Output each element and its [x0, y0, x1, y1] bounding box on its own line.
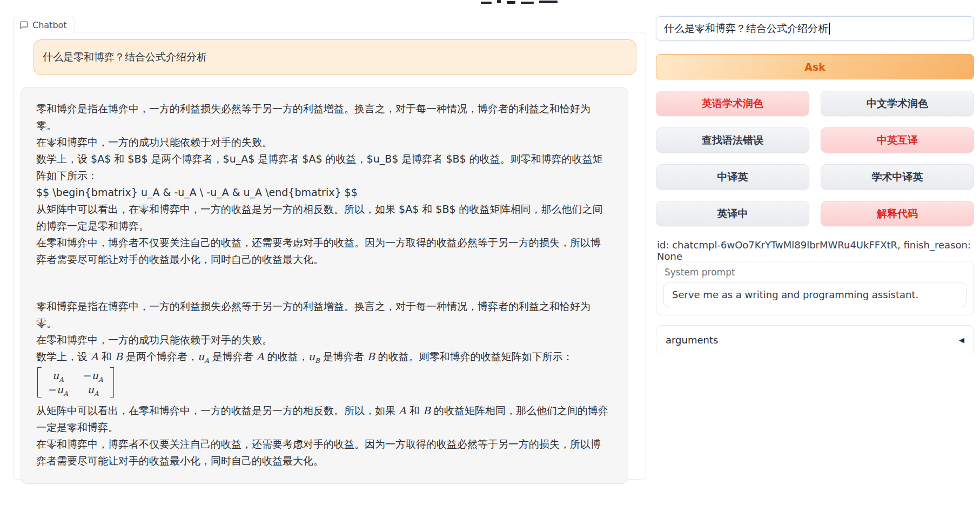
chatbot-panel: Chatbot 什么是零和博弈？结合公式介绍分析 零和博弈是指在博弈中，一方的利…	[14, 32, 646, 480]
bot-rendered-math-intro: 数学上，设 A 和 B 是两个博弈者，uA 是博弈者 A 的收益，uB 是博弈者…	[36, 348, 610, 365]
bot-raw-paragraph: 从矩阵中可以看出，在零和博弈中，一方的收益是另一方的相反数。所以，如果 $A$ …	[36, 201, 610, 234]
accordion-collapse-icon: ◀	[959, 336, 964, 344]
chatbot-label: Chatbot	[32, 20, 67, 30]
english-academic-polish-button[interactable]: 英语学术润色	[656, 91, 809, 116]
matrix-right-bracket	[110, 367, 114, 397]
matrix-left-bracket	[37, 367, 42, 397]
bot-raw-latex-line: $$ \begin{bmatrix} u_A & -u_A \ -u_A & u…	[36, 184, 610, 201]
function-button-grid: 英语学术润色中文学术润色查找语法错误中英互译中译英学术中译英英译中解释代码	[656, 91, 974, 226]
bot-raw-paragraph: 数学上，设 $A$ 和 $B$ 是两个博弈者，$u_A$ 是博弈者 $A$ 的收…	[36, 151, 610, 184]
user-message-bubble: 什么是零和博弈？结合公式介绍分析	[33, 39, 636, 75]
chat-bubble-icon	[19, 21, 29, 30]
system-prompt-card: System prompt Serve me as a writing and …	[656, 261, 974, 315]
zh-en-mutual-translate-button[interactable]: 中英互译	[821, 127, 974, 153]
chatbot-label-chip: Chatbot	[14, 17, 75, 32]
bot-rendered-paragraph: 在零和博弈中，博弈者不仅要关注自己的收益，还需要考虑对手的收益。因为一方取得的收…	[36, 436, 610, 469]
question-input[interactable]: 什么是零和博弈？结合公式介绍分析	[656, 16, 974, 41]
question-input-value: 什么是零和博弈？结合公式介绍分析	[664, 22, 828, 36]
bot-message-bubble: 零和博弈是指在博弈中，一方的利益损失必然等于另一方的利益增益。换言之，对于每一种…	[21, 87, 628, 484]
text-caret	[829, 23, 830, 35]
bot-message-rendered-section: 零和博弈是指在博弈中，一方的利益损失必然等于另一方的利益增益。换言之，对于每一种…	[36, 298, 610, 469]
zh-to-en-button[interactable]: 中译英	[656, 164, 809, 190]
response-id-text: id: chatcmpl-6wOo7KrYTwMl89lbrMWRu4UkFFX…	[657, 239, 974, 262]
find-grammar-errors-button[interactable]: 查找语法错误	[656, 127, 809, 153]
system-prompt-value: Serve me as a writing and programming as…	[672, 289, 918, 300]
clipped-page-title	[481, 0, 562, 4]
bot-rendered-conclusion: 从矩阵中可以看出，在零和博弈中，一方的收益是另一方的相反数。所以，如果 A 和 …	[36, 402, 610, 436]
bot-rendered-paragraph: 零和博弈是指在博弈中，一方的利益损失必然等于另一方的利益增益。换言之，对于每一种…	[36, 298, 610, 332]
en-to-zh-button[interactable]: 英译中	[656, 201, 809, 226]
system-prompt-input[interactable]: Serve me as a writing and programming as…	[663, 282, 966, 307]
bot-message-raw-section: 零和博弈是指在博弈中，一方的利益损失必然等于另一方的利益增益。换言之，对于每一种…	[36, 100, 610, 268]
bot-raw-paragraph: 在零和博弈中，博弈者不仅要关注自己的收益，还需要考虑对手的收益。因为一方取得的收…	[36, 234, 610, 268]
arguments-accordion[interactable]: arguments ◀	[656, 325, 974, 354]
bot-raw-paragraph: 零和博弈是指在博弈中，一方的利益损失必然等于另一方的利益增益。换言之，对于每一种…	[36, 100, 610, 134]
system-prompt-label: System prompt	[664, 267, 735, 278]
user-message-text: 什么是零和博弈？结合公式介绍分析	[43, 50, 207, 64]
explain-code-button[interactable]: 解释代码	[821, 201, 974, 226]
ask-button[interactable]: Ask	[656, 54, 974, 79]
section-gap	[36, 268, 610, 298]
payoff-matrix: uA−uA−uAuA	[36, 365, 610, 402]
chinese-academic-polish-button[interactable]: 中文学术润色	[821, 91, 974, 116]
bot-raw-paragraph: 在零和博弈中，一方的成功只能依赖于对手的失败。	[36, 134, 610, 151]
arguments-accordion-label: arguments	[666, 334, 718, 346]
bot-rendered-paragraph: 在零和博弈中，一方的成功只能依赖于对手的失败。	[36, 332, 610, 348]
academic-zh-to-en-button[interactable]: 学术中译英	[821, 164, 974, 190]
